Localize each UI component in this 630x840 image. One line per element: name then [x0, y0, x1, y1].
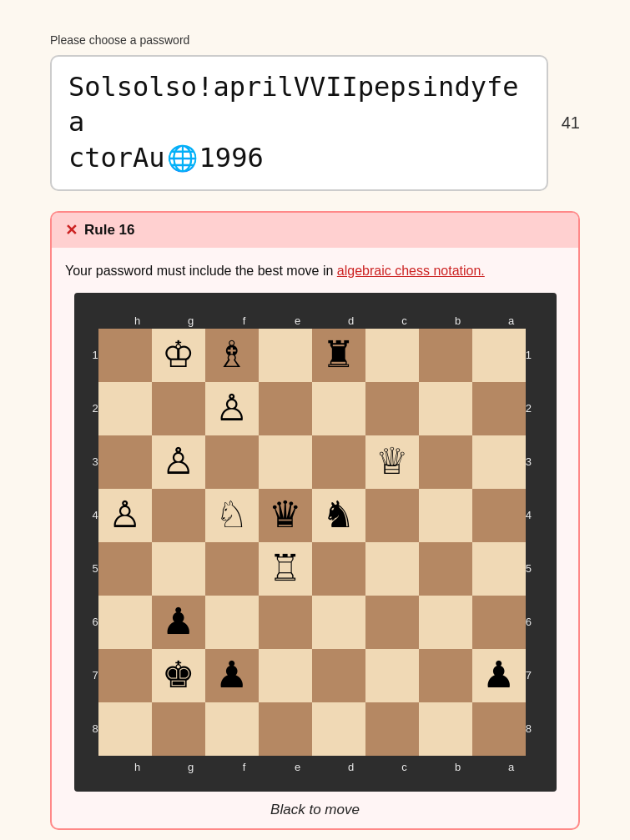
password-text-2: ctorAu	[68, 141, 165, 176]
rank-label-right-2: 2	[526, 382, 532, 435]
password-input[interactable]: Solsolso!aprilVVIIpepsindyfeactorAu🌐1996	[50, 55, 548, 191]
square-c7	[365, 649, 419, 702]
square-a1	[472, 329, 526, 382]
file-label-c: c	[378, 311, 431, 327]
square-b3	[419, 435, 472, 489]
square-d3	[312, 435, 365, 489]
square-f7: ♟	[205, 649, 259, 702]
square-g5	[152, 542, 205, 596]
square-c2	[365, 382, 419, 435]
square-f1: ♗	[205, 329, 259, 382]
board-main: 1 2 3 4 5 6 7 8	[93, 329, 538, 756]
square-f5	[205, 542, 259, 596]
piece-black-pawn-g6: ♟	[162, 604, 194, 641]
rank-1: 1	[93, 329, 98, 382]
square-e6	[259, 596, 312, 649]
square-a7: ♟	[472, 649, 526, 702]
file-label-bottom-f: f	[218, 757, 271, 773]
square-e8	[259, 702, 312, 756]
square-c1	[365, 329, 419, 382]
globe-emoji: 🌐	[167, 142, 198, 174]
square-d2	[312, 382, 365, 435]
square-c8	[365, 702, 419, 756]
top-file-labels: h g f e d c b a	[111, 311, 538, 327]
file-label-bottom-b: b	[431, 757, 485, 773]
square-f4: ♘	[205, 489, 259, 542]
square-b1	[419, 329, 472, 382]
square-f3	[205, 435, 259, 489]
char-count: 41	[562, 113, 580, 133]
square-h1	[98, 329, 152, 382]
piece-white-queen-c3: ♕	[375, 444, 408, 480]
rank-8: 8	[93, 702, 98, 756]
square-b4	[419, 489, 472, 542]
rank-5: 5	[93, 542, 98, 596]
square-c6	[365, 596, 419, 649]
rule-header: ✕ Rule 16	[52, 213, 578, 248]
rule-body: Your password must include the best move…	[52, 248, 578, 828]
rank-labels-left: 1 2 3 4 5 6 7 8	[93, 329, 98, 756]
piece-black-rook-d1: ♜	[322, 337, 355, 374]
rank-7: 7	[93, 649, 98, 702]
square-h3	[98, 435, 152, 489]
rank-3: 3	[93, 435, 98, 489]
piece-black-pawn-f7: ♟	[215, 657, 248, 694]
square-b6	[419, 596, 472, 649]
piece-white-bishop-f1: ♗	[215, 337, 248, 374]
rank-label-right-4: 4	[526, 489, 532, 542]
square-b2	[419, 382, 472, 435]
piece-black-pawn-a7: ♟	[482, 657, 515, 694]
square-f2: ♙	[205, 382, 259, 435]
rank-label-right-3: 3	[526, 435, 532, 489]
square-e5: ♖	[259, 542, 312, 596]
square-d6	[312, 596, 365, 649]
piece-white-pawn-h4: ♙	[108, 497, 141, 534]
file-label-bottom-g: g	[164, 757, 218, 773]
rank-label-right-1: 1	[526, 329, 532, 382]
rule-description: Your password must include the best move…	[65, 261, 565, 281]
rank-4: 4	[93, 489, 98, 542]
square-d1: ♜	[312, 329, 365, 382]
square-g6: ♟	[152, 596, 205, 649]
file-label-bottom-c: c	[378, 757, 431, 773]
bottom-file-labels: h g f e d c b a	[111, 757, 538, 773]
square-e3	[259, 435, 312, 489]
rank-label-right-7: 7	[526, 649, 532, 702]
rank-label-right-8: 8	[526, 702, 532, 756]
square-d5	[312, 542, 365, 596]
square-a3	[472, 435, 526, 489]
file-label-b: b	[431, 311, 485, 327]
piece-black-queen-e4: ♛	[269, 497, 301, 534]
password-text-year: 1996	[199, 141, 264, 176]
square-h2	[98, 382, 152, 435]
password-label: Please choose a password	[50, 33, 580, 47]
square-c3: ♕	[365, 435, 419, 489]
piece-white-pawn-f2: ♙	[215, 390, 248, 427]
square-a2	[472, 382, 526, 435]
piece-white-rook-e5: ♖	[269, 551, 301, 587]
chess-notation-link[interactable]: algebraic chess notation.	[337, 264, 485, 278]
rank-label-right-6: 6	[526, 596, 532, 649]
square-h7	[98, 649, 152, 702]
file-label-bottom-a: a	[485, 757, 538, 773]
square-b7	[419, 649, 472, 702]
square-d8	[312, 702, 365, 756]
file-label-a: a	[485, 311, 538, 327]
square-a8	[472, 702, 526, 756]
square-g1: ♔	[152, 329, 205, 382]
file-label-bottom-h: h	[111, 757, 164, 773]
square-b8	[419, 702, 472, 756]
square-d7	[312, 649, 365, 702]
rule-x-icon: ✕	[65, 221, 78, 239]
chess-board: ♔ ♗ ♜	[98, 329, 526, 756]
square-b5	[419, 542, 472, 596]
chess-board-container: h g f e d c b a 1 2 3 4 5	[65, 293, 565, 818]
square-f8	[205, 702, 259, 756]
piece-white-pawn-g3: ♙	[162, 444, 194, 480]
file-label-e: e	[271, 311, 325, 327]
file-label-h: h	[111, 311, 164, 327]
piece-white-king-g1: ♔	[162, 337, 194, 374]
square-a4	[472, 489, 526, 542]
rule-desc-text: Your password must include the best move…	[65, 264, 337, 278]
square-g2	[152, 382, 205, 435]
